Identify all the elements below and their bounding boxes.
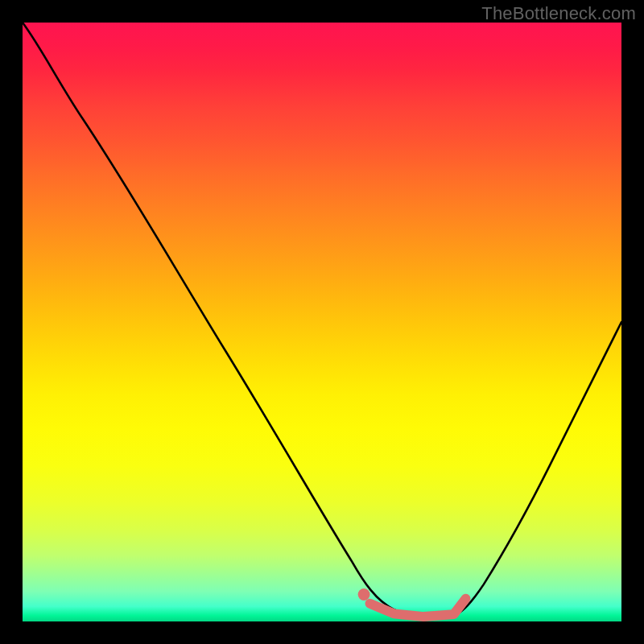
bottleneck-curve bbox=[23, 23, 621, 617]
chart-svg bbox=[23, 23, 621, 621]
watermark-text: TheBottleneck.com bbox=[481, 3, 636, 24]
chart-frame: TheBottleneck.com bbox=[0, 0, 644, 644]
plot-area bbox=[23, 23, 621, 621]
highlight-segment bbox=[370, 599, 466, 617]
highlight-dot bbox=[358, 588, 370, 601]
